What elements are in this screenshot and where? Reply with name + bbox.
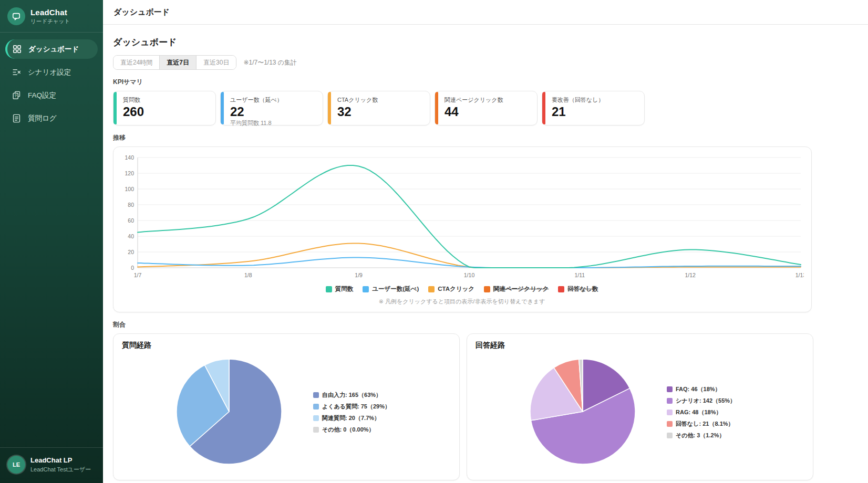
- range-button-7d[interactable]: 直近7日: [160, 56, 197, 69]
- legend-label: CTAクリック: [438, 285, 474, 293]
- pie-legend-item-関連質問[interactable]: 関連質問: 20（7.7%）: [313, 414, 397, 422]
- pie-legend-label: FAQ: 46（18%）: [676, 385, 721, 393]
- question-route-pie-chart: [175, 358, 283, 467]
- svg-text:1/9: 1/9: [355, 272, 363, 278]
- kpi-sub-label: 平均質問数 11.8: [230, 119, 316, 127]
- sidebar-nav: ダッシュボード シナリオ設定 ?: [0, 33, 103, 135]
- svg-text:1/11: 1/11: [574, 272, 585, 278]
- pie-legend-item-回答なし[interactable]: 回答なし: 21（8.1%）: [667, 420, 751, 428]
- kpi-label: ユーザー数（延べ）: [230, 96, 316, 104]
- svg-text:1/7: 1/7: [134, 272, 142, 278]
- topbar-title: ダッシュボード: [113, 7, 170, 17]
- sidebar-item-question-log[interactable]: 質問ログ: [5, 109, 98, 128]
- pie-legend-item-よくある質問[interactable]: よくある質問: 75（29%）: [313, 403, 397, 411]
- pie-legend-swatch: [667, 421, 673, 427]
- page-title: ダッシュボード: [113, 36, 868, 48]
- legend-label: 回答なし数: [567, 285, 598, 293]
- svg-text:1/13: 1/13: [795, 272, 804, 278]
- trend-line-chart: 0204060801001201401/71/81/91/101/111/121…: [120, 154, 804, 284]
- kpi-accent-bar: [542, 92, 545, 124]
- pie-legend-item-自由入力[interactable]: 自由入力: 165（63%）: [313, 391, 397, 399]
- svg-text:120: 120: [125, 170, 134, 176]
- legend-swatch: [428, 286, 435, 292]
- pie-legend-label: その他: 0（0.00%）: [322, 426, 375, 434]
- pie-card-row: 質問経路 自由入力: 165（63%）よくある質問: 75（29%）関連質問: …: [113, 333, 868, 480]
- brand-subtitle: リードチャット: [30, 18, 70, 25]
- pie-card-title: 質問経路: [122, 341, 451, 350]
- kpi-row: 質問数 260 ユーザー数（延べ） 22 平均質問数 11.8 CTAクリック数…: [113, 91, 868, 125]
- question-log-icon: [12, 113, 22, 123]
- pie-legend-swatch: [667, 433, 673, 438]
- pie-legend-swatch: [313, 404, 319, 410]
- brand-name: LeadChat: [30, 8, 70, 17]
- pie-chart-svg: [175, 358, 283, 465]
- svg-text:80: 80: [128, 202, 134, 208]
- kpi-section-label: KPIサマリ: [113, 78, 868, 87]
- trend-line-chart-svg: 0204060801001201401/71/81/91/101/111/121…: [120, 154, 804, 281]
- pie-legend-item-FAQ[interactable]: FAQ: 46（18%）: [667, 385, 751, 393]
- kpi-value: 32: [337, 105, 423, 118]
- legend-label: 質問数: [335, 285, 354, 293]
- answer-route-card: 回答経路 FAQ: 46（18%）シナリオ: 142（55%）RAG: 48（1…: [467, 333, 813, 480]
- pie-legend-label: 回答なし: 21（8.1%）: [676, 420, 734, 428]
- date-range-switcher: 直近24時間 直近7日 直近30日: [113, 55, 236, 70]
- sidebar-item-scenario-settings[interactable]: シナリオ設定: [5, 62, 98, 82]
- sidebar-item-dashboard[interactable]: ダッシュボード: [5, 39, 98, 59]
- legend-swatch: [558, 286, 564, 292]
- pie-legend-swatch: [313, 392, 319, 398]
- question-route-card: 質問経路 自由入力: 165（63%）よくある質問: 75（29%）関連質問: …: [113, 333, 460, 480]
- kpi-card-cta-clicks: CTAクリック数 32: [327, 91, 430, 125]
- svg-text:20: 20: [128, 249, 134, 255]
- kpi-card-related-page-clicks: 関連ページクリック数 44: [435, 91, 538, 125]
- sidebar-item-label: シナリオ設定: [28, 68, 71, 77]
- pie-legend-swatch: [667, 386, 673, 392]
- pie-legend-swatch: [667, 398, 673, 404]
- svg-text:0: 0: [131, 265, 134, 271]
- legend-item-関連ページクリック[interactable]: 関連ページクリック: [484, 285, 549, 293]
- kpi-value: 260: [123, 105, 209, 118]
- topbar: ダッシュボード: [103, 0, 868, 25]
- kpi-accent-bar: [435, 92, 438, 124]
- kpi-accent-bar: [113, 92, 117, 124]
- pie-legend-item-その他[interactable]: その他: 3（1.2%）: [667, 432, 751, 439]
- legend-item-回答なし数[interactable]: 回答なし数: [558, 285, 598, 293]
- kpi-value: 22: [230, 105, 316, 118]
- sidebar-item-label: 質問ログ: [28, 114, 57, 123]
- trend-chart-card: 0204060801001201401/71/81/91/101/111/121…: [113, 146, 812, 312]
- ratio-section-label: 割合: [113, 320, 868, 329]
- pie-legend-item-シナリオ[interactable]: シナリオ: 142（55%）: [667, 397, 751, 405]
- kpi-label: 質問数: [123, 96, 209, 104]
- legend-item-CTAクリック[interactable]: CTAクリック: [428, 285, 474, 293]
- sidebar-item-label: ダッシュボード: [28, 45, 79, 54]
- legend-item-ユーザー数(延べ)[interactable]: ユーザー数(延べ): [363, 285, 419, 293]
- faq-document-icon: ?: [12, 90, 22, 100]
- kpi-card-questions: 質問数 260: [113, 91, 216, 125]
- svg-text:1/8: 1/8: [244, 272, 252, 278]
- kpi-accent-bar: [328, 92, 331, 124]
- range-note: ※1/7〜1/13 の集計: [243, 58, 297, 67]
- kpi-label: 関連ページクリック数: [445, 96, 531, 104]
- main-area: ダッシュボード ダッシュボード 直近24時間 直近7日 直近30日 ※1/7〜1…: [103, 0, 868, 483]
- pie-legend-label: よくある質問: 75（29%）: [322, 403, 390, 411]
- question-route-pie-legend: 自由入力: 165（63%）よくある質問: 75（29%）関連質問: 20（7.…: [313, 391, 397, 434]
- avatar: LE: [7, 456, 25, 474]
- svg-text:1/12: 1/12: [685, 272, 696, 278]
- legend-label: ユーザー数(延べ): [372, 285, 419, 293]
- sidebar-item-label: FAQ設定: [28, 91, 56, 100]
- svg-text:40: 40: [128, 233, 134, 239]
- sidebar: LeadChat リードチャット ダッシュボード: [0, 0, 103, 483]
- range-button-30d[interactable]: 直近30日: [197, 56, 236, 69]
- user-name: LeadChat LP: [30, 456, 91, 464]
- pie-legend-label: 関連質問: 20（7.7%）: [322, 414, 380, 422]
- legend-item-質問数[interactable]: 質問数: [326, 285, 354, 293]
- sidebar-item-faq-settings[interactable]: ? FAQ設定: [5, 86, 98, 105]
- sidebar-user[interactable]: LE LeadChat LP LeadChat Testユーザー: [0, 447, 103, 483]
- pie-legend-item-その他[interactable]: その他: 0（0.00%）: [313, 426, 397, 434]
- trend-section-label: 推移: [113, 133, 868, 142]
- legend-label: 関連ページクリック: [493, 285, 549, 293]
- kpi-card-users: ユーザー数（延べ） 22 平均質問数 11.8: [220, 91, 323, 125]
- trend-chart-legend: 質問数ユーザー数(延べ)CTAクリック関連ページクリック回答なし数: [120, 285, 804, 293]
- pie-legend-item-RAG[interactable]: RAG: 48（18%）: [667, 408, 751, 416]
- range-button-24h[interactable]: 直近24時間: [113, 56, 160, 69]
- kpi-label: CTAクリック数: [337, 96, 423, 104]
